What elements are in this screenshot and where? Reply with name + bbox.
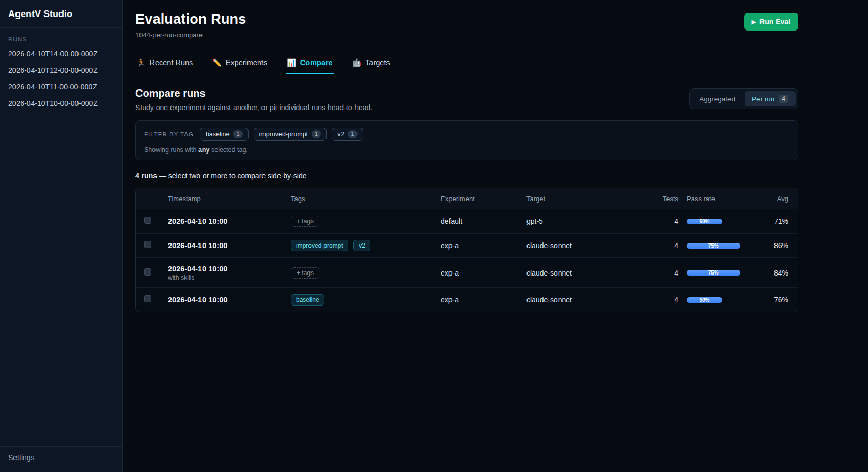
table-row[interactable]: 2026-04-10 10:00 + tags default gpt-5 4 … [136,209,798,233]
tab-label: Targets [365,58,390,67]
row-avg: 84% [758,269,789,277]
settings-link[interactable]: Settings [8,453,114,462]
section-title: Compare runs [135,87,373,99]
pass-rate-bar: 50% [687,219,758,224]
row-avg: 71% [758,217,789,225]
sidebar-run-item[interactable]: 2026-04-10T10-00-00-000Z [0,95,122,112]
view-mode-toggle: Aggregated Per run 4 [689,88,798,109]
runs-section-label: RUNS [0,28,122,45]
row-tag: baseline [291,294,324,306]
tab-label: Experiments [226,58,268,67]
tag-name: v2 [337,131,344,138]
row-tests: 4 [650,296,679,304]
runner-icon: 🏃 [136,58,145,67]
tag-name: baseline [206,131,230,138]
filter-note-text: selected tag. [209,146,247,154]
row-tests: 4 [650,241,679,250]
runs-summary: 4 runs — select two or more to compare s… [135,172,798,180]
col-tests: Tests [650,195,679,203]
row-tests: 4 [650,217,679,225]
table-header: Timestamp Tags Experiment Target Tests P… [136,188,798,209]
row-avg: 76% [758,296,789,304]
tag-count-badge: 1 [312,130,321,138]
col-timestamp: Timestamp [168,195,291,203]
runs-count: 4 runs [135,172,157,180]
filter-tag-baseline[interactable]: baseline 1 [200,128,249,141]
tab-recent-runs[interactable]: 🏃 Recent Runs [135,54,194,74]
app-title: AgentV Studio [0,0,122,28]
row-tag: v2 [353,240,370,251]
filter-note-bold: any [198,146,210,154]
row-timestamp: 2026-04-10 10:00 [168,213,291,230]
pass-rate-bar: 75% [687,243,758,249]
row-experiment: exp-a [441,296,526,304]
play-icon: ▶ [752,19,756,25]
pass-rate-bar: 50% [687,297,758,303]
col-target: Target [526,195,650,203]
row-timestamp: 2026-04-10 10:00 [168,237,291,254]
tab-compare[interactable]: 📊 Compare [286,54,333,74]
tab-label: Recent Runs [149,58,193,67]
pass-rate-label: 75% [708,243,719,249]
page-title: Evaluation Runs [135,11,246,27]
filter-note-text: Showing runs with [144,146,198,154]
toggle-aggregated-label: Aggregated [699,95,735,103]
tab-label: Compare [300,58,333,67]
row-checkbox[interactable] [144,268,151,276]
runs-summary-text: — select two or more to compare side-by-… [157,172,306,180]
pencil-icon: ✏️ [212,58,221,67]
run-eval-label: Run Eval [760,18,791,26]
sidebar-run-item[interactable]: 2026-04-10T14-00-00-000Z [0,45,122,62]
tab-targets[interactable]: 🤖 Targets [351,54,391,74]
tag-filter-panel: FILTER BY TAG baseline 1 improved-prompt… [135,120,798,160]
filter-tag-improved-prompt[interactable]: improved-prompt 1 [254,128,327,141]
row-experiment: default [441,217,526,225]
sidebar-footer: Settings [0,446,122,472]
row-tests: 4 [650,269,679,277]
sidebar: AgentV Studio RUNS 2026-04-10T14-00-00-0… [0,0,123,472]
page-subtitle: 1044-per-run-compare [135,31,246,39]
row-target: claude-sonnet [526,241,650,250]
per-run-count-badge: 4 [779,95,788,103]
row-avg: 86% [758,241,789,250]
row-target: gpt-5 [526,217,650,225]
filter-note: Showing runs with any selected tag. [144,146,789,154]
tag-name: improved-prompt [259,131,308,138]
row-tag: improved-prompt [291,240,348,251]
filter-tag-v2[interactable]: v2 1 [332,128,363,141]
row-experiment: exp-a [441,241,526,250]
pass-rate-label: 50% [699,219,709,224]
row-checkbox[interactable] [144,217,151,224]
section-description: Study one experiment against another, or… [135,103,373,112]
main-area: Evaluation Runs 1044-per-run-compare ▶ R… [123,0,868,472]
run-eval-button[interactable]: ▶ Run Eval [744,13,798,31]
bar-chart-icon: 📊 [287,58,296,67]
tag-count-badge: 1 [348,130,357,138]
col-tags: Tags [291,195,441,203]
col-avg: Avg [758,195,789,203]
sidebar-run-item[interactable]: 2026-04-10T12-00-00-000Z [0,62,122,79]
table-row[interactable]: 2026-04-10 10:00 improved-prompt v2 exp-… [136,233,798,257]
toggle-aggregated[interactable]: Aggregated [692,92,742,106]
row-checkbox[interactable] [144,241,151,248]
row-target: claude-sonnet [526,269,650,277]
col-pass-rate: Pass rate [679,195,758,203]
sidebar-run-item[interactable]: 2026-04-10T11-00-00-000Z [0,79,122,95]
tag-count-badge: 1 [233,130,242,138]
add-tags-button[interactable]: + tags [291,267,319,279]
pass-rate-label: 50% [699,297,709,303]
table-body: 2026-04-10 10:00 + tags default gpt-5 4 … [136,209,798,312]
robot-icon: 🤖 [352,58,361,67]
add-tags-button[interactable]: + tags [291,216,319,227]
toggle-per-run[interactable]: Per run 4 [745,91,796,106]
tab-bar: 🏃 Recent Runs ✏️ Experiments 📊 Compare 🤖… [135,54,798,74]
table-row[interactable]: 2026-04-10 10:00 with-skills + tags exp-… [136,257,798,287]
runs-table: Timestamp Tags Experiment Target Tests P… [135,188,798,312]
col-experiment: Experiment [441,195,526,203]
row-checkbox[interactable] [144,295,151,302]
row-target: claude-sonnet [526,296,650,304]
tab-experiments[interactable]: ✏️ Experiments [211,54,268,74]
toggle-per-run-label: Per run [752,95,774,103]
row-sublabel: with-skills [168,274,291,281]
table-row[interactable]: 2026-04-10 10:00 baseline exp-a claude-s… [136,287,798,312]
